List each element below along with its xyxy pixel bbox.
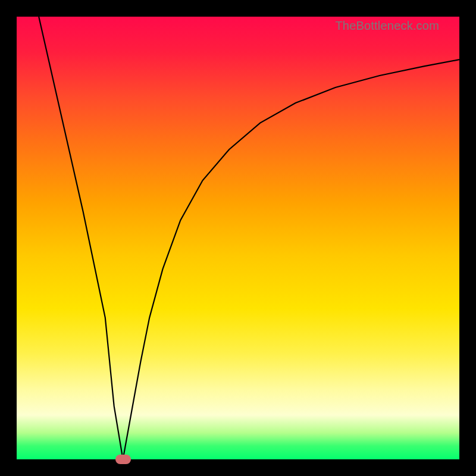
bottleneck-curve: [17, 17, 459, 459]
plot-area: TheBottleneck.com: [17, 17, 459, 459]
curve-right-branch: [123, 60, 459, 459]
optimal-marker: [115, 455, 131, 464]
curve-left-branch: [39, 17, 123, 459]
chart-frame: TheBottleneck.com: [0, 0, 476, 476]
